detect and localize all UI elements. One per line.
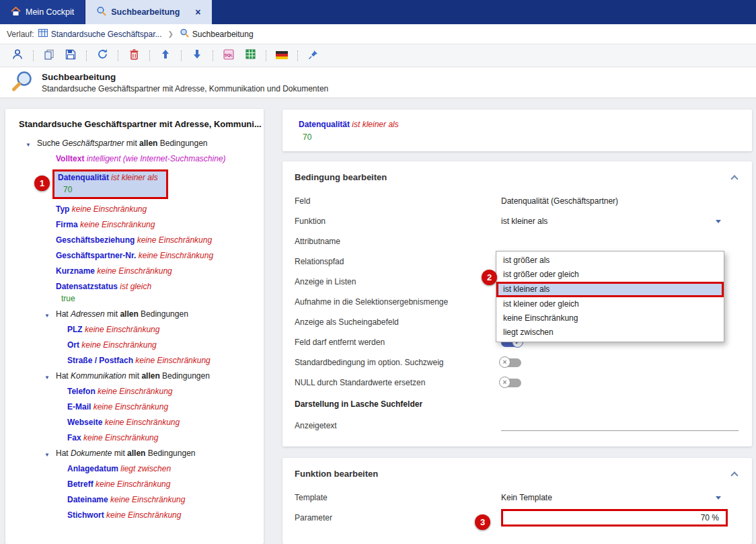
breadcrumb-prefix: Verlauf: [7,30,34,39]
tree-node[interactable]: Webseite keine Einschränkung [5,418,264,428]
tree-node[interactable]: Dateiname keine Einschränkung [5,495,264,505]
cross-icon: × [499,377,511,388]
field-label: Attributname [295,237,501,246]
page-title: Suchbearbeitung [42,72,328,82]
toggle-switch-off[interactable]: × [501,358,521,367]
tree-node[interactable]: Geschäftspartner-Nr. keine Einschränkung [5,251,264,261]
move-down-button[interactable] [188,47,206,65]
dropdown-option[interactable]: ist größer als [496,254,724,268]
template-select[interactable]: Kein Template [501,493,739,502]
tree-node[interactable]: Betreff keine Einschränkung [5,479,264,490]
collapse-chevron-icon[interactable] [730,175,738,182]
tree-node[interactable]: Firma keine Einschränkung [5,220,264,230]
tree-node[interactable]: PLZ keine Einschränkung [5,325,264,335]
tree-node[interactable]: Geschäftsbeziehung keine Einschränkung [5,235,264,245]
field-label: Parameter [295,513,501,522]
page-subtitle: Standardsuche Geschäftspartner mit Adres… [42,84,328,93]
dropdown-option[interactable]: ist kleiner oder gleich [496,297,724,311]
tree-node[interactable]: Stichwort keine Einschränkung [5,510,264,520]
tree-expander-icon[interactable]: ▼ [26,140,31,150]
dropdown-option[interactable]: ist größer oder gleich [496,268,724,282]
collapse-chevron-icon[interactable] [730,471,738,479]
tree-panel: Standardsuche Geschäftspartner mit Adres… [5,109,264,544]
tree-node-selected[interactable]: Datenqualität ist kleiner als70 [52,169,168,199]
arrow-down-icon [193,49,201,62]
app-window: { "tabs": { "cockpit": "Mein Cockpit", "… [0,0,756,544]
delete-button[interactable] [125,47,143,65]
copy-button[interactable] [40,47,58,65]
spreadsheet-export-button[interactable] [241,47,259,65]
close-tab-icon[interactable]: × [195,7,200,17]
tree-node[interactable]: Volltext intelligent (wie Internet-Suchm… [5,154,264,164]
tree-node[interactable]: Kurzname keine Einschränkung [5,266,264,276]
move-up-button[interactable] [157,47,174,65]
field-label: Standardbedingung im option. Suchzweig [295,358,501,367]
tree-title: Standardsuche Geschäftspartner mit Adres… [5,109,264,139]
tree-node[interactable]: Fax keine Einschränkung [5,433,264,443]
tree-node[interactable]: E-Mail keine Einschränkung [5,402,264,412]
toggle-switch-off[interactable]: × [501,379,521,387]
tree-expander-icon[interactable]: ▼ [44,311,50,321]
dropdown-option[interactable]: keine Einschränkung [496,311,724,325]
user-button[interactable] [9,47,26,65]
arrow-up-icon [161,49,169,62]
breadcrumb-item-suchbearbeitung[interactable]: Suchbearbeitung [180,28,254,40]
save-button[interactable] [62,47,79,65]
dropdown-caret-icon [716,220,721,223]
form-row: NULL durch Standardwerte ersetzen× [295,373,739,393]
tab-mein-cockpit[interactable]: Mein Cockpit [0,0,85,24]
cross-icon: × [499,356,511,368]
function-card-title: Funktion bearbeiten [295,469,378,479]
tree-node[interactable]: Telefon keine Einschränkung [5,387,264,397]
anzeigetext-input[interactable] [501,420,739,431]
refresh-button[interactable] [93,47,111,65]
tree-node[interactable]: ▼Suche Geschäftspartner mit allen Beding… [5,139,264,149]
breadcrumb-item-standardsuche[interactable]: Standardsuche Geschäftspar... [38,29,162,39]
language-button[interactable] [273,47,291,65]
funktion-select[interactable]: ist kleiner als [501,217,739,226]
tree-expander-icon[interactable]: ▼ [44,373,50,383]
field-label: Anzeige als Sucheingabefeld [295,317,501,327]
tree-node[interactable]: ▼Hat Dokumente mit allen Bedingungen [5,449,264,459]
condition-card-title: Bedingung bearbeiten [295,172,387,182]
dropdown-option[interactable]: liegt zwischen [496,325,724,340]
trash-icon [129,49,139,63]
tab-suchbearbeitung[interactable]: Suchbearbeitung × [85,0,211,24]
toolbar-separator [181,50,182,61]
tree-node[interactable]: Straße / Postfach keine Einschränkung [5,356,264,366]
tree-node[interactable]: ▼Hat Adressen mit allen Bedingungen [5,309,264,319]
tree-node[interactable]: Ort keine Einschränkung [5,340,264,350]
toolbar-separator [149,50,150,61]
pin-button[interactable] [305,47,322,65]
form-row: Attributname [295,231,739,251]
tree-node[interactable]: Typ keine Einschränkung [5,204,264,215]
dropdown-option-selected[interactable]: ist kleiner als [496,282,724,297]
breadcrumb-item-label: Standardsuche Geschäftspar... [51,30,162,39]
summary-operator: ist kleiner als [352,120,398,129]
refresh-icon [97,48,108,63]
tree-node[interactable]: ▼Hat Kommunikation mit allen Bedingungen [5,371,264,381]
annotation-badge-3: 3 [475,514,490,530]
user-icon [11,48,24,63]
funktion-dropdown-menu: ist größer alsist größer oder gleichist … [496,251,724,342]
sql-icon: SQL [223,49,234,63]
template-row: Template Kein Template [295,488,739,508]
annotation-badge-2: 2 [482,270,497,285]
toolbar-separator [297,50,298,61]
sql-export-button[interactable]: SQL [220,47,237,65]
tab-bar: Mein Cockpit Suchbearbeitung × [0,0,756,24]
save-icon [65,49,76,63]
field-label: Aufnahme in die Selektionsergebnismenge [295,297,501,307]
template-value: Kein Template [501,493,552,502]
parameter-input[interactable]: 70 % [501,509,728,527]
toolbar-separator [118,50,118,61]
tree-expander-icon[interactable]: ▼ [44,450,50,460]
search-header-icon [11,70,34,95]
tab-label: Mein Cockpit [26,7,74,17]
tree-node[interactable]: Datensatzstatus ist gleichtrue [5,282,264,304]
copy-icon [44,49,54,63]
tree-node[interactable]: Anlagedatum liegt zwischen [5,464,264,474]
field-label: Anzeigetext [295,421,501,430]
breadcrumb: Verlauf: Standardsuche Geschäftspar... ❯… [0,24,756,44]
search-icon [180,28,189,40]
